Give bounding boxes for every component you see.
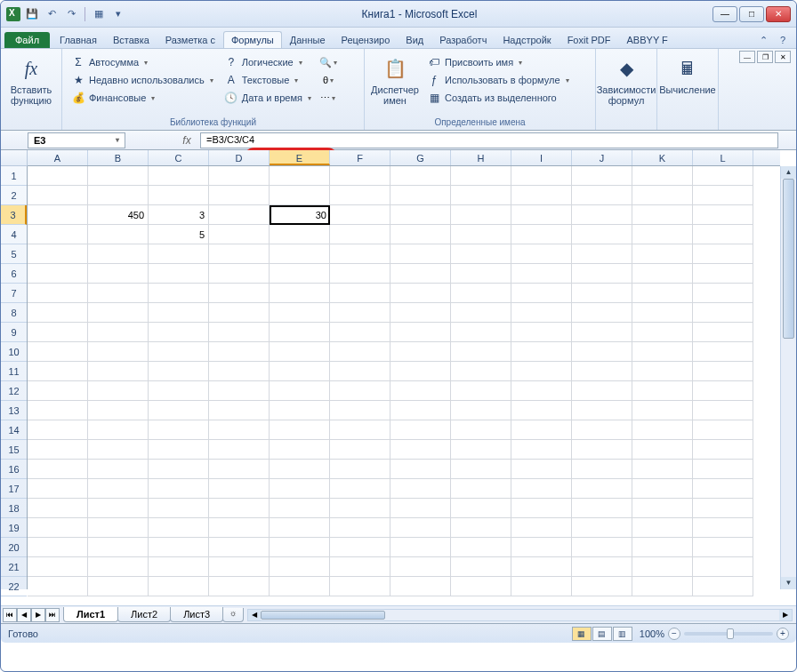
name-box-dropdown-icon[interactable]: ▾ xyxy=(116,136,119,144)
cell-J2[interactable] xyxy=(572,186,632,205)
page-layout-view-button[interactable]: ▤ xyxy=(592,627,612,641)
cell-D9[interactable] xyxy=(209,323,270,342)
cell-E2[interactable] xyxy=(270,186,330,205)
cell-H12[interactable] xyxy=(451,381,511,401)
cell-G10[interactable] xyxy=(390,342,451,362)
cell-H7[interactable] xyxy=(451,284,511,303)
cell-F11[interactable] xyxy=(330,362,390,381)
cell-C20[interactable] xyxy=(149,538,209,557)
cell-B21[interactable] xyxy=(88,557,149,577)
cell-J5[interactable] xyxy=(572,244,632,264)
cell-D3[interactable] xyxy=(209,205,270,225)
financial-button[interactable]: 💰Финансовые▾ xyxy=(68,90,217,106)
cell-G7[interactable] xyxy=(390,284,451,303)
row-header-7[interactable]: 7 xyxy=(1,284,27,303)
cell-C10[interactable] xyxy=(149,342,209,362)
cell-I17[interactable] xyxy=(511,479,572,499)
cell-L21[interactable] xyxy=(693,557,753,577)
cell-B5[interactable] xyxy=(88,244,149,264)
cell-A16[interactable] xyxy=(28,460,88,479)
name-manager-button[interactable]: 📋 Диспетчер имен xyxy=(370,51,420,115)
cell-J21[interactable] xyxy=(572,557,632,577)
cell-I11[interactable] xyxy=(511,362,572,381)
minimize-button[interactable]: — xyxy=(712,6,737,22)
redo-button[interactable]: ↷ xyxy=(63,6,79,22)
row-header-6[interactable]: 6 xyxy=(1,264,27,284)
cell-I12[interactable] xyxy=(511,381,572,401)
cell-I7[interactable] xyxy=(511,284,572,303)
cell-F15[interactable] xyxy=(330,440,390,460)
cell-K22[interactable] xyxy=(632,577,693,596)
row-header-15[interactable]: 15 xyxy=(1,440,27,460)
cell-J13[interactable] xyxy=(572,401,632,420)
cell-F7[interactable] xyxy=(330,284,390,303)
cell-K13[interactable] xyxy=(632,401,693,420)
cell-H10[interactable] xyxy=(451,342,511,362)
calculation-button[interactable]: 🖩 Вычисление xyxy=(663,51,712,115)
cell-K7[interactable] xyxy=(632,284,693,303)
cell-K4[interactable] xyxy=(632,225,693,244)
cell-B18[interactable] xyxy=(88,499,149,518)
cell-J9[interactable] xyxy=(572,323,632,342)
cell-L4[interactable] xyxy=(693,225,753,244)
ribbon-tab-формулы[interactable]: Формулы xyxy=(223,31,282,48)
ribbon-tab-foxit pdf[interactable]: Foxit PDF xyxy=(560,31,619,48)
vscroll-thumb[interactable] xyxy=(783,179,794,339)
cell-A13[interactable] xyxy=(28,401,88,420)
cell-G20[interactable] xyxy=(390,538,451,557)
cell-E13[interactable] xyxy=(270,401,330,420)
cell-C19[interactable] xyxy=(149,518,209,538)
insert-sheet-button[interactable]: ☼ xyxy=(222,608,244,622)
cell-H14[interactable] xyxy=(451,420,511,440)
cell-E7[interactable] xyxy=(270,284,330,303)
cell-G11[interactable] xyxy=(390,362,451,381)
cell-F1[interactable] xyxy=(330,166,390,186)
cell-G1[interactable] xyxy=(390,166,451,186)
cell-B13[interactable] xyxy=(88,401,149,420)
workbook-restore-button[interactable]: ❐ xyxy=(757,51,773,63)
cell-H16[interactable] xyxy=(451,460,511,479)
formula-bar[interactable]: =B3/C3/C4 xyxy=(200,132,778,148)
cell-J3[interactable] xyxy=(572,205,632,225)
cell-I5[interactable] xyxy=(511,244,572,264)
cell-D7[interactable] xyxy=(209,284,270,303)
cell-D4[interactable] xyxy=(209,225,270,244)
hscroll-thumb[interactable] xyxy=(261,611,385,620)
cell-D10[interactable] xyxy=(209,342,270,362)
column-header-E[interactable]: E xyxy=(270,150,330,165)
cell-D12[interactable] xyxy=(209,381,270,401)
cell-G21[interactable] xyxy=(390,557,451,577)
cell-L20[interactable] xyxy=(693,538,753,557)
cell-J19[interactable] xyxy=(572,518,632,538)
row-header-4[interactable]: 4 xyxy=(1,225,27,244)
cell-H8[interactable] xyxy=(451,303,511,323)
column-header-I[interactable]: I xyxy=(511,150,572,165)
row-header-13[interactable]: 13 xyxy=(1,401,27,420)
cell-L18[interactable] xyxy=(693,499,753,518)
cell-K20[interactable] xyxy=(632,538,693,557)
text-functions-button[interactable]: AТекстовые▾ xyxy=(221,72,315,88)
cell-L8[interactable] xyxy=(693,303,753,323)
file-tab[interactable]: Файл xyxy=(4,32,50,48)
cell-G12[interactable] xyxy=(390,381,451,401)
select-all-corner[interactable] xyxy=(1,150,28,166)
cell-H1[interactable] xyxy=(451,166,511,186)
cell-G22[interactable] xyxy=(390,577,451,596)
cell-K19[interactable] xyxy=(632,518,693,538)
cell-I4[interactable] xyxy=(511,225,572,244)
sheet-tab-Лист3[interactable]: Лист3 xyxy=(170,607,223,622)
cell-C4[interactable]: 5 xyxy=(149,225,209,244)
cell-L7[interactable] xyxy=(693,284,753,303)
cell-F4[interactable] xyxy=(330,225,390,244)
page-break-view-button[interactable]: ▥ xyxy=(613,627,632,641)
cell-L13[interactable] xyxy=(693,401,753,420)
cell-C5[interactable] xyxy=(149,244,209,264)
cell-J14[interactable] xyxy=(572,420,632,440)
cell-A8[interactable] xyxy=(28,303,88,323)
cell-I16[interactable] xyxy=(511,460,572,479)
cell-J22[interactable] xyxy=(572,577,632,596)
cell-I18[interactable] xyxy=(511,499,572,518)
qat-customize-button[interactable]: ▾ xyxy=(110,6,126,22)
ribbon-tab-главная[interactable]: Главная xyxy=(52,31,105,48)
cell-A11[interactable] xyxy=(28,362,88,381)
